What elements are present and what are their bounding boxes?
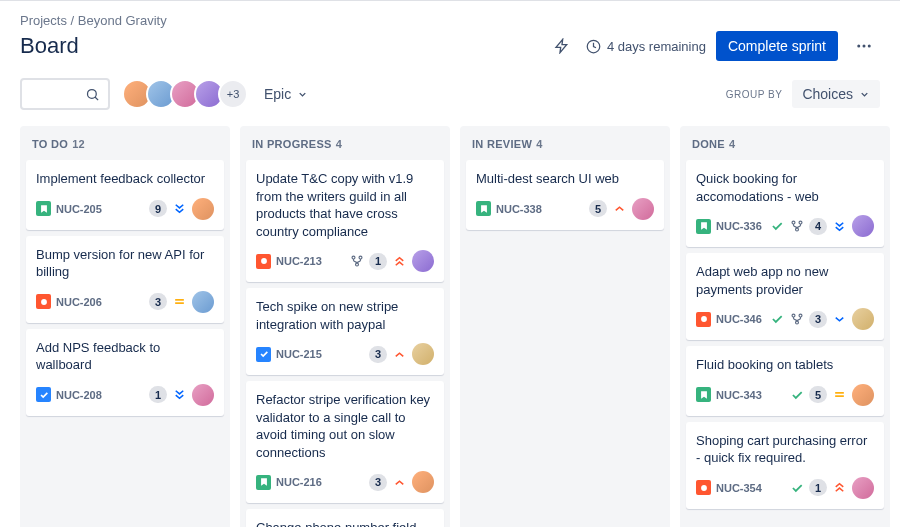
card[interactable]: Multi-dest search UI web NUC-338 5 bbox=[466, 160, 664, 230]
priority-medium-icon bbox=[832, 387, 847, 402]
card-title: Quick booking for accomodations - web bbox=[696, 170, 874, 205]
assignee-avatar[interactable] bbox=[852, 215, 874, 237]
card[interactable]: Change phone number field type to 'phone… bbox=[246, 509, 444, 527]
card-footer: NUC-208 1 bbox=[36, 384, 214, 406]
time-remaining-text: 4 days remaining bbox=[607, 39, 706, 54]
svg-point-21 bbox=[701, 485, 707, 491]
card-title: Add NPS feedback to wallboard bbox=[36, 339, 214, 374]
card[interactable]: Fluid booking on tablets NUC-343 5 bbox=[686, 346, 884, 416]
card-meta-left: NUC-354 bbox=[696, 480, 762, 495]
card-title: Update T&C copy with v1.9 from the write… bbox=[256, 170, 434, 240]
column-todo: TO DO12 Implement feedback collector NUC… bbox=[20, 126, 230, 527]
assignee-avatar[interactable] bbox=[852, 477, 874, 499]
card[interactable]: Adapt web app no new payments provider N… bbox=[686, 253, 884, 340]
assignee-avatar[interactable] bbox=[412, 250, 434, 272]
type-bug-icon bbox=[256, 254, 271, 269]
priority-lowest-icon bbox=[172, 201, 187, 216]
card-key: NUC-354 bbox=[716, 482, 762, 494]
card-meta-right: 5 bbox=[789, 384, 874, 406]
check-icon bbox=[769, 312, 784, 327]
svg-point-3 bbox=[868, 45, 871, 48]
type-bug-icon bbox=[36, 294, 51, 309]
card-meta-right: 4 bbox=[769, 215, 874, 237]
assignee-avatar[interactable] bbox=[192, 384, 214, 406]
card-footer: NUC-206 3 bbox=[36, 291, 214, 313]
search-icon bbox=[85, 87, 100, 102]
card-footer: NUC-216 3 bbox=[256, 471, 434, 493]
header: Projects / Beyond Gravity Board 4 days r… bbox=[0, 0, 900, 70]
card-title: Fluid booking on tablets bbox=[696, 356, 874, 374]
bolt-icon[interactable] bbox=[548, 32, 576, 60]
search-input[interactable] bbox=[20, 78, 110, 110]
column-header: DONE4 bbox=[686, 134, 884, 160]
svg-point-20 bbox=[795, 321, 798, 324]
more-menu-button[interactable] bbox=[848, 30, 880, 62]
complete-sprint-button[interactable]: Complete sprint bbox=[716, 31, 838, 61]
card-key: NUC-213 bbox=[276, 255, 322, 267]
column-in-progress: IN PROGRESS4 Update T&C copy with v1.9 f… bbox=[240, 126, 450, 527]
svg-point-18 bbox=[792, 314, 795, 317]
card-meta-left: NUC-213 bbox=[256, 254, 322, 269]
assignee-avatar[interactable] bbox=[852, 384, 874, 406]
card-footer: NUC-354 1 bbox=[696, 477, 874, 499]
branch-icon bbox=[349, 254, 364, 269]
priority-high-icon bbox=[392, 347, 407, 362]
svg-point-17 bbox=[701, 316, 707, 322]
toolbar-left: +3 Epic bbox=[20, 78, 312, 110]
card-meta-right: 3 bbox=[149, 291, 214, 313]
check-icon bbox=[769, 219, 784, 234]
card-meta-left: NUC-336 bbox=[696, 219, 762, 234]
priority-lowest-icon bbox=[832, 219, 847, 234]
group-by-dropdown[interactable]: Choices bbox=[792, 80, 880, 108]
board: TO DO12 Implement feedback collector NUC… bbox=[0, 126, 900, 527]
assignee-avatar[interactable] bbox=[632, 198, 654, 220]
epic-label: Epic bbox=[264, 86, 291, 102]
card[interactable]: Quick booking for accomodations - web NU… bbox=[686, 160, 884, 247]
card-key: NUC-205 bbox=[56, 203, 102, 215]
card[interactable]: Add NPS feedback to wallboard NUC-208 1 bbox=[26, 329, 224, 416]
type-bug-icon bbox=[696, 312, 711, 327]
card-meta-left: NUC-215 bbox=[256, 347, 322, 362]
card-meta-left: NUC-205 bbox=[36, 201, 102, 216]
priority-highest-icon bbox=[392, 254, 407, 269]
story-points-badge: 1 bbox=[369, 253, 387, 270]
svg-point-2 bbox=[863, 45, 866, 48]
card-key: NUC-343 bbox=[716, 389, 762, 401]
assignee-avatar[interactable] bbox=[852, 308, 874, 330]
card[interactable]: Bump version for new API for billing NUC… bbox=[26, 236, 224, 323]
choices-label: Choices bbox=[802, 86, 853, 102]
assignee-avatar[interactable] bbox=[192, 291, 214, 313]
card-key: NUC-346 bbox=[716, 313, 762, 325]
type-bug-icon bbox=[696, 480, 711, 495]
story-points-badge: 3 bbox=[149, 293, 167, 310]
branch-icon bbox=[789, 312, 804, 327]
card-title: Change phone number field type to 'phone… bbox=[256, 519, 434, 527]
card-key: NUC-336 bbox=[716, 220, 762, 232]
assignee-avatar[interactable] bbox=[192, 198, 214, 220]
card[interactable]: Update T&C copy with v1.9 from the write… bbox=[246, 160, 444, 282]
story-points-badge: 3 bbox=[809, 311, 827, 328]
card[interactable]: Implement feedback collector NUC-205 9 bbox=[26, 160, 224, 230]
card-footer: NUC-215 3 bbox=[256, 343, 434, 365]
type-task-icon bbox=[36, 387, 51, 402]
breadcrumb[interactable]: Projects / Beyond Gravity bbox=[20, 13, 880, 28]
check-icon bbox=[789, 387, 804, 402]
assignee-avatar[interactable] bbox=[412, 471, 434, 493]
toolbar-right: GROUP BY Choices bbox=[726, 80, 880, 108]
column-header: IN PROGRESS4 bbox=[246, 134, 444, 160]
card-meta-right: 3 bbox=[769, 308, 874, 330]
story-points-badge: 5 bbox=[809, 386, 827, 403]
svg-point-8 bbox=[352, 256, 355, 259]
card[interactable]: Tech spike on new stripe integration wit… bbox=[246, 288, 444, 375]
assignee-avatar[interactable] bbox=[412, 343, 434, 365]
card-footer: NUC-336 4 bbox=[696, 215, 874, 237]
card[interactable]: Shoping cart purchasing error - quick fi… bbox=[686, 422, 884, 509]
card[interactable]: Refactor stripe verification key validat… bbox=[246, 381, 444, 503]
epic-dropdown[interactable]: Epic bbox=[260, 80, 312, 108]
toolbar: +3 Epic GROUP BY Choices bbox=[0, 70, 900, 126]
avatar-more[interactable]: +3 bbox=[218, 79, 248, 109]
story-points-badge: 3 bbox=[369, 346, 387, 363]
column-done: DONE4 Quick booking for accomodations - … bbox=[680, 126, 890, 527]
clock-icon bbox=[586, 39, 601, 54]
story-points-badge: 3 bbox=[369, 474, 387, 491]
